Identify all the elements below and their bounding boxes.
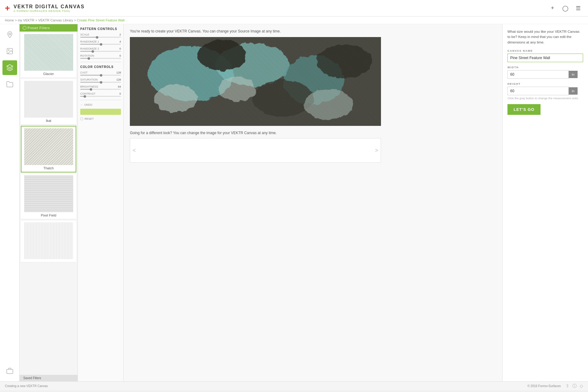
pattern-label-ikat: Ikat — [46, 119, 51, 123]
footer-share-icon[interactable]: ⇧ — [566, 383, 569, 389]
svg-point-0 — [9, 33, 11, 35]
footer-status: Creating a new VEKTR Canvas — [5, 384, 527, 388]
saturation-value: 128 — [116, 78, 121, 81]
unit-hint: Click the gray button to change the meas… — [507, 96, 583, 100]
randomize2-slider[interactable] — [80, 51, 121, 52]
randomize2-value: 0 — [119, 47, 121, 50]
pattern-item-pixelfield[interactable]: Pixel Field — [21, 174, 76, 219]
height-unit-button[interactable]: in — [569, 87, 578, 95]
nav-briefcase-icon[interactable] — [2, 364, 17, 378]
saturation-label: SATURATION — [80, 78, 98, 81]
preset-filters-label: Preset Filters — [28, 26, 50, 30]
breadcrumb-canvas-library[interactable]: VEKTR Canvas Library — [38, 18, 73, 22]
carousel-next-arrow[interactable]: > — [375, 147, 378, 154]
cast-control: CAST 128 — [80, 71, 121, 76]
saturation-slider[interactable] — [80, 82, 121, 83]
brightness-label: BRIGHTNESS — [80, 85, 98, 88]
add-icon[interactable]: + — [549, 5, 556, 12]
breadcrumb: Home > my VEKTR > VEKTR Canvas Library >… — [0, 17, 588, 24]
preset-filters-tab[interactable]: Preset Filters — [20, 24, 77, 32]
width-label: WIDTH — [507, 66, 583, 69]
nav-layers-icon[interactable] — [2, 60, 17, 75]
scale-slider[interactable] — [80, 37, 121, 38]
pattern-thumb-pixelfield — [24, 175, 73, 212]
pattern-thumb-ikat — [24, 81, 73, 118]
reset-label: RESET — [85, 117, 94, 120]
brand-text: VEKTR DIGITAL CANVAS A FORMS+SURFACES DE… — [13, 4, 85, 13]
nav-folder-icon[interactable] — [2, 77, 17, 92]
logo-cross-icon: + — [5, 3, 10, 13]
svg-point-2 — [8, 50, 9, 51]
brand-name: VEKTR DIGITAL CANVAS — [13, 4, 85, 9]
nav-image-icon[interactable] — [2, 44, 17, 58]
contrast-value: 0 — [119, 92, 121, 95]
pattern-label-glacier: Glacier — [43, 72, 54, 76]
height-row: in — [507, 87, 583, 95]
footer: Creating a new VEKTR Canvas © 2016 Forms… — [0, 381, 588, 390]
canvas-name-input[interactable] — [507, 54, 583, 62]
color-controls-title: COLOR CONTROLS — [80, 65, 121, 69]
randomize2-label: RANDOMIZE 2 — [80, 47, 99, 50]
content-intro-text: You're ready to create your VEKTR Canvas… — [130, 29, 496, 33]
header: + VEKTR DIGITAL CANVAS A FORMS+SURFACES … — [0, 0, 588, 17]
width-row: in — [507, 70, 583, 79]
main-image-container — [130, 37, 381, 126]
randomize1-label: RANDOMIZE 1 — [80, 40, 99, 43]
user-icon[interactable]: ◯ — [562, 5, 569, 12]
breadcrumb-current: Create Pine Street Feature Wall — [77, 18, 125, 22]
scale-value: 2 — [119, 33, 121, 36]
breadcrumb-my-vektr[interactable]: my VEKTR — [18, 18, 34, 22]
svg-rect-3 — [7, 369, 13, 374]
height-label: HEIGHT — [507, 82, 583, 85]
pattern-item-glacier[interactable]: Glacier — [21, 32, 76, 78]
randomize2-control: RANDOMIZE 2 0 — [80, 47, 121, 52]
footer-right: © 2016 Forms+Surfaces ⇧ ⓘ ◇ — [527, 383, 583, 389]
icon-nav — [0, 24, 20, 381]
rotation-slider[interactable] — [80, 58, 121, 59]
pattern-item-ikat[interactable]: Ikat — [21, 79, 76, 125]
lets-go-button[interactable]: LET'S GO — [507, 104, 541, 115]
right-panel: What size would you like your VEKTR Canv… — [502, 24, 588, 381]
saved-filters-label: Saved Filters — [23, 376, 41, 380]
footer-copyright: © 2016 Forms+Surfaces — [527, 384, 561, 388]
scale-label: SCALE — [80, 33, 89, 36]
brightness-value: 64 — [118, 85, 121, 88]
cast-value: 128 — [116, 71, 121, 74]
rotation-label: ROTATION — [80, 54, 94, 57]
apply-bar[interactable] — [80, 109, 121, 115]
contrast-slider[interactable] — [80, 96, 121, 97]
pattern-item-last[interactable] — [21, 221, 76, 262]
undo-action[interactable]: ← UNDO — [80, 103, 121, 106]
saved-filters-tab[interactable]: Saved Filters — [20, 375, 77, 381]
brightness-slider[interactable] — [80, 89, 121, 90]
footer-icons: ⇧ ⓘ ◇ — [566, 383, 583, 389]
pattern-label-thatch: Thatch — [43, 166, 54, 170]
controls-panel: PATTERN CONTROLS SCALE 2 RANDOMIZE 1 4 — [78, 24, 124, 381]
cast-slider[interactable] — [80, 75, 121, 76]
change-look-text: Going for a different look? You can chan… — [130, 131, 496, 135]
nav-location-icon[interactable] — [2, 27, 17, 42]
breadcrumb-home[interactable]: Home — [5, 18, 14, 22]
width-unit-button[interactable]: in — [569, 71, 578, 78]
pattern-item-thatch[interactable]: Thatch — [21, 126, 76, 172]
header-actions: + ◯ ☰ — [549, 5, 582, 12]
main-image-canvas — [130, 37, 381, 126]
footer-info-icon[interactable]: ⓘ — [572, 383, 577, 389]
contrast-label: CONTRAST — [80, 92, 96, 95]
randomize1-slider[interactable] — [80, 44, 121, 45]
reset-action[interactable]: RESET — [80, 117, 121, 120]
right-intro-text: What size would you like your VEKTR Canv… — [507, 29, 583, 45]
rotation-value: 0 — [119, 54, 121, 57]
scale-control: SCALE 2 — [80, 33, 121, 38]
undo-arrow-icon: ← — [80, 103, 83, 106]
width-input[interactable] — [507, 70, 569, 79]
pattern-sidebar: Preset Filters Glacier Ikat Thatch Pixel… — [20, 24, 78, 381]
randomize1-value: 4 — [119, 40, 121, 43]
height-input[interactable] — [507, 87, 569, 95]
footer-social-icon[interactable]: ◇ — [580, 383, 583, 389]
texture-overlay — [130, 37, 381, 126]
undo-label: UNDO — [84, 103, 92, 106]
filter-circle-icon — [23, 26, 26, 30]
menu-icon[interactable]: ☰ — [575, 5, 582, 12]
carousel-prev-arrow[interactable]: < — [133, 147, 136, 154]
